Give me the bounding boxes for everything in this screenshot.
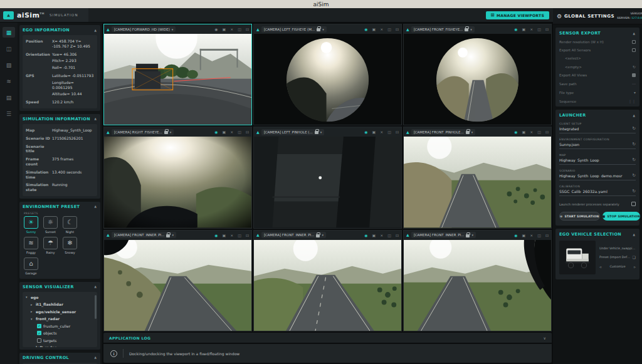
export-option-row[interactable]: Save path⋯ (559, 81, 636, 86)
snapshot-icon[interactable]: ▣ (223, 233, 226, 237)
scrollbar[interactable] (95, 295, 97, 319)
record-icon[interactable]: ◉ (364, 233, 367, 237)
record-icon[interactable]: ◉ (364, 130, 367, 134)
viewport-front-inner-3[interactable]: ▲ [CAMERA] FRONT_INNER_PI... ▾ ◉ ▣ × ◫ ⊡ (403, 230, 552, 331)
steppers-icon[interactable]: ⋮⋮ (628, 99, 636, 103)
export-option-row[interactable]: <select> (565, 56, 636, 60)
manage-viewports-button[interactable]: ⊞ MANAGE VIEWPORTS (486, 11, 549, 19)
collapse-icon[interactable]: ∧ (94, 28, 97, 33)
ellipsis-icon[interactable]: ⋯ (632, 81, 636, 86)
snapshot-icon[interactable]: ▣ (522, 27, 526, 31)
detach-icon[interactable]: × (380, 233, 383, 237)
viewport-left-pinhole[interactable]: ▲ [CAMERA] LEFT_PINHOLE (... ▾ ◉ ▣ × ◫ ⊡ (253, 127, 402, 228)
preset-night[interactable]: ☾Night (62, 216, 78, 234)
viewport-front-inner-2[interactable]: ▲ [CAMERA] FRONT_INNER_PI... ▾ ◉ ▣ × ◫ ⊡ (253, 230, 402, 331)
camera-scene[interactable] (104, 34, 251, 125)
snapshot-icon[interactable]: ▣ (223, 27, 226, 31)
vehicle-customize-row[interactable]: ◃Customize▹ (599, 264, 636, 269)
record-icon[interactable]: ◉ (514, 233, 517, 237)
dock-icon[interactable]: ◫ (387, 130, 391, 134)
export-option-row[interactable]: <empty>↻ (565, 65, 636, 69)
collapse-icon[interactable]: ∧ (633, 113, 636, 118)
tree-checkbox-item[interactable]: targets (37, 338, 95, 343)
tree-node[interactable]: ▾ego (26, 295, 95, 299)
tree-node[interactable]: ▸it1_flashlidar (31, 302, 95, 306)
popout-icon[interactable]: ⊡ (545, 27, 549, 31)
popout-icon[interactable]: ⊡ (545, 233, 549, 237)
collapse-icon[interactable]: ∧ (94, 284, 97, 289)
camera-selector[interactable]: [CAMERA] LEFT_FISHEYE (M... ▾ (261, 26, 327, 33)
refresh-icon[interactable]: ↻ (633, 126, 636, 131)
viewport-front-pinhole[interactable]: ▲ [CAMERA] FRONT_PINHOLE... ▾ ◉ ▣ × ◫ ⊡ (403, 127, 552, 228)
camera-scene[interactable] (404, 240, 551, 331)
viewport-left-fisheye[interactable]: ▲ [CAMERA] LEFT_FISHEYE (M... ▾ ◉ ▣ × ◫ … (253, 24, 402, 125)
ego-information-header[interactable]: EGO INFORMATION ∧ (23, 28, 97, 33)
record-icon[interactable]: ◉ (514, 27, 517, 31)
collapse-icon[interactable]: ∧ (633, 232, 636, 237)
camera-selector[interactable]: [CAMERA] FORWARD_HD (WIDE) ▾ (112, 26, 176, 32)
preset-rainy[interactable]: ☂Rainy (43, 237, 58, 254)
sidebar-item-signals[interactable]: ≋ (3, 76, 15, 86)
popout-icon[interactable]: ⊡ (545, 130, 549, 134)
simulation-information-header[interactable]: SIMULATION INFORMATION ∧ (23, 117, 97, 122)
refresh-icon[interactable]: ↻ (633, 65, 636, 69)
launcher-field-calibration[interactable]: CALIBRATIONSSGC_Calib_26032a.yaml ↻ (559, 185, 636, 196)
record-icon[interactable]: ◉ (214, 233, 218, 237)
export-option-row[interactable]: Render resolution (W x H) (559, 40, 636, 44)
global-settings-header[interactable]: ⚙ GLOBAL SETTINGS VERSION 5.10.1 SERVER:… (553, 8, 642, 24)
preset-sunny[interactable]: ☀Sunny (23, 216, 39, 234)
camera-selector[interactable]: [CAMERA] RIGHT_FISHEYE... ▾ (112, 129, 174, 135)
camera-scene[interactable] (404, 137, 551, 227)
detach-icon[interactable]: × (230, 130, 233, 134)
launcher-field-map[interactable]: MAPHighway_Synth_Loop ↻ (559, 153, 636, 165)
launcher-field-environment[interactable]: ENVIRONMENT CONFIGURATIONSunny.json ↻ (559, 138, 636, 149)
camera-selector[interactable]: [CAMERA] FRONT_INNER_PI... ▾ (411, 232, 476, 238)
arrow-left-icon[interactable]: ◃ (599, 264, 601, 269)
vehicle-option-row[interactable]: Preset (Import Default)...❏ (599, 255, 636, 259)
dock-icon[interactable]: ◫ (238, 233, 241, 237)
checkbox-checked-icon[interactable]: ✓ (37, 324, 41, 328)
driving-control-header[interactable]: DRIVING CONTROL ∧ (23, 355, 97, 360)
dock-icon[interactable]: ◫ (387, 233, 391, 237)
export-option-row[interactable]: File type▾ (559, 90, 636, 95)
detach-icon[interactable]: × (380, 130, 383, 134)
collapse-icon[interactable]: ∧ (94, 117, 97, 121)
dock-icon[interactable]: ◫ (537, 130, 541, 134)
record-icon[interactable]: ◉ (214, 130, 218, 134)
arrow-right-icon[interactable]: ▹ (634, 264, 636, 269)
camera-selector[interactable]: [CAMERA] FRONT_PINHOLE... ▾ (411, 129, 476, 135)
snapshot-icon[interactable]: ▣ (223, 130, 226, 134)
dock-icon[interactable]: ◫ (537, 27, 541, 31)
checkbox-checked-icon[interactable]: ✓ (37, 331, 41, 335)
export-option-row[interactable]: Export All Sensors (559, 48, 636, 52)
camera-scene[interactable] (254, 240, 401, 331)
tree-node[interactable]: ▾left_radar (31, 345, 95, 347)
camera-scene[interactable] (104, 240, 251, 331)
snapshot-icon[interactable]: ▣ (372, 233, 376, 237)
sidebar-item-logs[interactable]: ☰ (3, 108, 15, 119)
launcher-header[interactable]: LAUNCHER ∧ (559, 113, 636, 118)
sensor-export-header[interactable]: SENSOR EXPORT ∧ (559, 31, 636, 36)
dock-icon[interactable]: ◫ (238, 27, 241, 31)
export-option-row[interactable]: Sequence⋮⋮ (559, 99, 636, 103)
detach-icon[interactable]: × (380, 27, 383, 31)
popout-icon[interactable]: ⊡ (396, 130, 399, 134)
snapshot-icon[interactable]: ▣ (522, 130, 526, 134)
chevron-down-icon[interactable]: ▾ (634, 90, 636, 95)
camera-scene[interactable] (104, 137, 251, 227)
tree-node[interactable]: ▸ego/vehicle_sensor (31, 309, 95, 314)
tree-node[interactable]: ▾front_radar (31, 316, 95, 321)
camera-scene[interactable] (254, 34, 401, 125)
detach-icon[interactable]: × (530, 130, 533, 134)
stop-simulation-button[interactable]: ■STOP SIMULATION (603, 212, 640, 221)
preset-garage[interactable]: ⌂Garage (23, 257, 39, 275)
refresh-icon[interactable]: ↻ (633, 189, 636, 194)
viewport-forward-hd[interactable]: ▲ [CAMERA] FORWARD_HD (WIDE) ▾ ◉ ▣ × ◫ ⊡ (103, 24, 252, 125)
record-icon[interactable]: ◉ (214, 27, 218, 31)
popout-icon[interactable]: ⊡ (396, 27, 399, 31)
vehicle-thumbnail[interactable] (559, 241, 596, 274)
snapshot-icon[interactable]: ▣ (372, 130, 376, 134)
launcher-field-client-setup[interactable]: CLIENT SETUPIntegrated ↻ (559, 122, 636, 133)
start-simulation-button[interactable]: ⊙START SIMULATION (559, 212, 600, 221)
record-icon[interactable]: ◉ (364, 27, 367, 31)
